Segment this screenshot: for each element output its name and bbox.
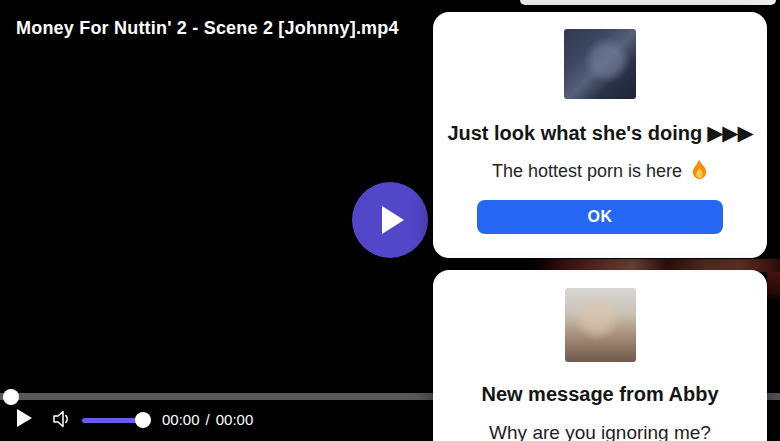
popup-subtext: Why are you ignoring me? — [443, 422, 757, 441]
current-time: 00:00 — [162, 411, 200, 428]
video-frame-strip — [767, 272, 780, 302]
popup-subtext-text: Why are you ignoring me? — [489, 422, 711, 441]
fire-icon — [686, 164, 708, 184]
ok-button[interactable]: OK — [477, 200, 723, 234]
volume-thumb[interactable] — [135, 412, 151, 428]
webcam-thumbnail[interactable] — [564, 29, 636, 99]
time-display: 00:00/00:00 — [162, 411, 253, 428]
play-icon — [17, 409, 33, 427]
play-icon — [382, 206, 404, 234]
ad-popup-2[interactable]: New message from Abby Why are you ignori… — [433, 270, 767, 441]
mute-button[interactable] — [50, 408, 72, 434]
volume-icon — [50, 408, 72, 430]
popup-heading-text: Just look what she's doing — [447, 122, 702, 144]
play-button[interactable] — [17, 409, 33, 431]
play-overlay-button[interactable] — [352, 182, 428, 258]
duration: 00:00 — [216, 411, 254, 428]
popup-heading-text: New message from Abby — [481, 383, 718, 405]
time-separator: / — [200, 411, 216, 428]
ad-popup-1[interactable]: Just look what she's doing▶▶▶ The hottes… — [433, 12, 767, 258]
popup-sliver[interactable] — [520, 0, 776, 5]
video-title: Money For Nuttin' 2 - Scene 2 [Johnny].m… — [16, 18, 399, 39]
popup-subtext: The hottest porn is here — [443, 160, 757, 185]
arrows-icon: ▶▶▶ — [707, 121, 752, 145]
popup-heading: New message from Abby — [443, 383, 757, 405]
progress-thumb[interactable] — [3, 389, 19, 405]
selfie-thumbnail[interactable] — [565, 288, 636, 362]
popup-heading: Just look what she's doing▶▶▶ — [443, 122, 757, 144]
popup-subtext-text: The hottest porn is here — [492, 161, 682, 181]
